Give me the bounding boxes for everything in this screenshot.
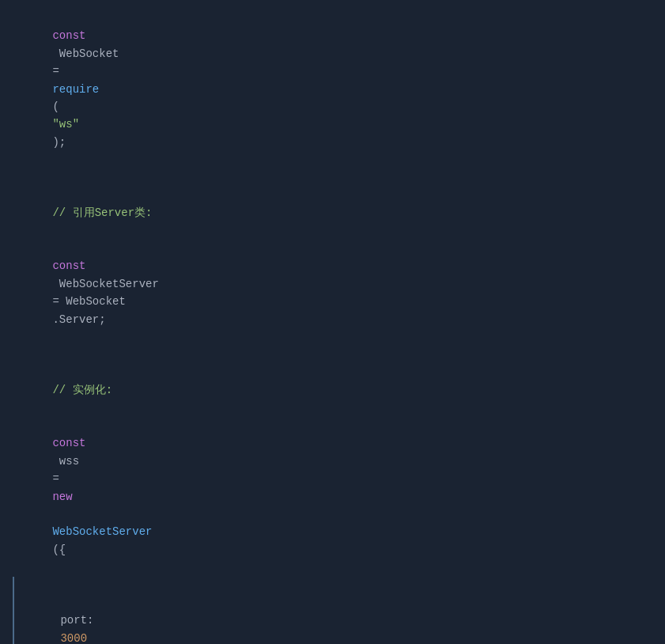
code-line xyxy=(0,169,665,187)
code-line: const WebSocketServer = WebSocket .Serve… xyxy=(0,240,665,346)
code-line xyxy=(0,346,665,363)
code-line: const wss = new WebSocketServer ({ xyxy=(0,417,665,577)
code-line: port: 3000 , xyxy=(0,577,665,645)
code-editor: const WebSocket = require ( "ws" ); // 引… xyxy=(0,0,665,644)
code-line: // 实例化: xyxy=(0,364,665,417)
code-line: // 引用Server类: xyxy=(0,187,665,240)
code-line: const WebSocket = require ( "ws" ); xyxy=(0,9,665,169)
